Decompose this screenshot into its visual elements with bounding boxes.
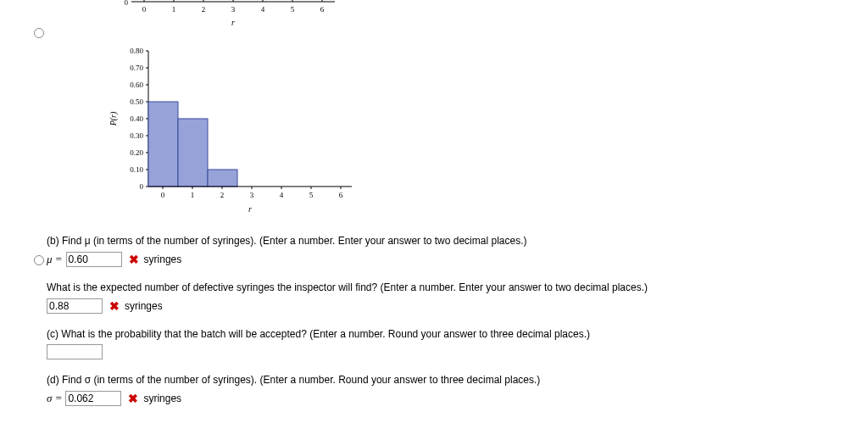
svg-text:4: 4 <box>261 5 265 14</box>
svg-text:r: r <box>231 18 235 27</box>
svg-text:0.80: 0.80 <box>130 47 143 55</box>
svg-text:P(r): P(r) <box>108 111 119 126</box>
mu-unit: syringes <box>144 253 182 265</box>
sigma-input[interactable] <box>65 391 121 406</box>
answer-row-c <box>47 344 868 359</box>
sigma-prefix: σ = <box>47 392 62 405</box>
svg-text:0: 0 <box>140 182 144 191</box>
svg-text:6: 6 <box>320 5 325 14</box>
chart-top-axis: 0 0 1 2 3 4 5 6 r <box>106 0 868 34</box>
svg-text:3: 3 <box>231 5 236 14</box>
option-radio-2[interactable] <box>34 255 44 265</box>
svg-text:0.70: 0.70 <box>130 64 143 72</box>
option-radio-1[interactable] <box>34 28 44 38</box>
svg-text:0.60: 0.60 <box>130 81 143 89</box>
svg-text:0: 0 <box>142 5 147 14</box>
svg-text:0: 0 <box>161 191 165 199</box>
wrong-icon: ✖ <box>128 392 138 405</box>
expected-unit: syringes <box>125 300 163 312</box>
svg-text:0: 0 <box>125 0 129 7</box>
svg-text:4: 4 <box>280 191 284 199</box>
answer-row-d: σ = ✖ syringes <box>47 391 868 406</box>
svg-text:0.30: 0.30 <box>130 131 143 140</box>
svg-text:2: 2 <box>220 191 225 199</box>
expected-input[interactable] <box>47 298 103 314</box>
svg-text:3: 3 <box>250 191 254 199</box>
prob-input[interactable] <box>47 344 103 359</box>
svg-text:1: 1 <box>191 191 195 199</box>
question-c-prompt: (c) What is the probability that the bat… <box>47 327 868 342</box>
svg-text:1: 1 <box>172 5 176 14</box>
svg-rect-37 <box>148 102 178 187</box>
svg-text:0.40: 0.40 <box>130 114 143 123</box>
svg-text:5: 5 <box>309 191 314 199</box>
sigma-unit: syringes <box>143 393 181 404</box>
question-d-prompt: (d) Find σ (in terms of the number of sy… <box>47 373 868 387</box>
question-b-prompt: (b) Find μ (in terms of the number of sy… <box>47 234 868 248</box>
svg-rect-38 <box>178 119 208 187</box>
svg-text:2: 2 <box>202 5 206 14</box>
answer-row-b: μ = ✖ syringes <box>47 252 868 267</box>
histogram-chart: 0.80 0.70 0.60 0.50 0.40 0.30 0.20 0.10 … <box>106 42 868 220</box>
mu-input[interactable] <box>66 252 122 267</box>
svg-text:0.10: 0.10 <box>130 165 143 174</box>
svg-rect-39 <box>208 170 237 187</box>
svg-text:r: r <box>248 204 252 214</box>
wrong-icon: ✖ <box>129 253 139 266</box>
answer-row-b2: ✖ syringes <box>47 298 868 314</box>
svg-text:5: 5 <box>291 5 295 14</box>
svg-text:6: 6 <box>339 191 343 199</box>
question-b2-prompt: What is the expected number of defective… <box>47 281 868 295</box>
svg-text:0.50: 0.50 <box>130 97 143 106</box>
wrong-icon: ✖ <box>109 299 120 313</box>
mu-prefix: μ = <box>47 253 63 266</box>
svg-text:0.20: 0.20 <box>130 148 143 157</box>
